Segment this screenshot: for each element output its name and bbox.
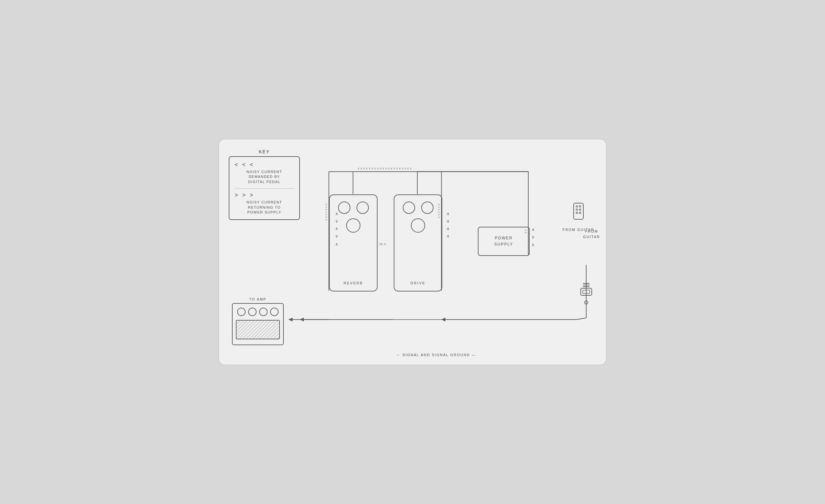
amp-knobs xyxy=(233,304,283,318)
reverb-knob-2 xyxy=(357,202,369,214)
svg-point-7 xyxy=(576,212,578,214)
guitar-section: FROM GUITAR xyxy=(562,203,594,232)
drive-knob-3 xyxy=(411,218,425,233)
amp-section: TO AMP xyxy=(229,297,287,345)
svg-text:∨: ∨ xyxy=(532,234,535,239)
svg-point-4 xyxy=(579,206,581,207)
key-divider xyxy=(235,188,294,189)
amp-box xyxy=(232,303,284,345)
key-box: KEY < < < NOISY CURRENTDEMANDED BYDIGITA… xyxy=(229,149,300,220)
guitar-icon xyxy=(571,203,587,225)
amp-label: TO AMP xyxy=(229,297,287,301)
key-label: KEY xyxy=(229,149,300,154)
amp-knob-2 xyxy=(248,308,256,316)
hatch-lines xyxy=(236,320,279,339)
svg-text:‹ ‹ ‹ ‹ ‹ ‹ ‹ ‹ ‹ ‹ ‹ ‹ ‹ ‹ ‹ : ‹ ‹ ‹ ‹ ‹ ‹ ‹ ‹ ‹ ‹ ‹ ‹ ‹ ‹ ‹ ‹ ‹ ‹ ‹ ‹ xyxy=(358,166,411,171)
key-arrows-demand: < < < xyxy=(235,161,294,168)
svg-text:∧: ∧ xyxy=(532,227,535,232)
power-supply-box: POWERSUPPLY xyxy=(478,227,530,256)
key-text-demand: NOISY CURRENTDEMANDED BYDIGITAL PEDAL xyxy=(235,169,294,185)
svg-point-3 xyxy=(576,206,578,207)
svg-text:∨: ∨ xyxy=(446,219,450,223)
svg-text:› › › › › › ›: › › › › › › › xyxy=(324,204,329,221)
drive-knob-1 xyxy=(403,202,415,214)
diagram-container: KEY < < < NOISY CURRENTDEMANDED BYDIGITA… xyxy=(218,139,607,365)
guitar-plug-section xyxy=(578,279,594,318)
svg-point-8 xyxy=(579,212,581,214)
key-item-return: > > > NOISY CURRENTRETURNING TOPOWER SUP… xyxy=(235,192,294,215)
reverb-knobs-top xyxy=(330,195,377,217)
svg-text:∨: ∨ xyxy=(446,233,450,238)
svg-text:∧: ∧ xyxy=(532,242,535,247)
svg-text:∧: ∧ xyxy=(446,226,450,231)
drive-knobs-top xyxy=(394,195,442,217)
reverb-knob-1 xyxy=(338,202,350,214)
svg-rect-14 xyxy=(583,290,590,293)
svg-rect-1 xyxy=(237,320,279,339)
svg-text:∧: ∧ xyxy=(446,211,450,216)
from-guitar-label: FROMGUITAR xyxy=(583,229,600,239)
signal-ground-label: ← SIGNAL AND SIGNAL GROUND — xyxy=(397,353,476,357)
drive-pedal: DRIVE xyxy=(394,195,442,291)
svg-marker-38 xyxy=(300,318,304,321)
power-supply-label: POWERSUPPLY xyxy=(494,235,513,247)
amp-speaker xyxy=(236,320,280,339)
svg-marker-36 xyxy=(441,318,445,321)
svg-rect-13 xyxy=(581,288,592,295)
key-text-return: NOISY CURRENTRETURNING TOPOWER SUPPLY xyxy=(235,200,294,215)
guitar-plug-icon xyxy=(578,279,594,317)
svg-text:›› ›: ›› › xyxy=(379,241,386,246)
amp-knob-4 xyxy=(270,308,279,316)
svg-marker-55 xyxy=(289,318,293,321)
svg-point-6 xyxy=(579,209,581,211)
svg-point-5 xyxy=(576,209,578,211)
amp-knob-3 xyxy=(259,308,268,316)
drive-label: DRIVE xyxy=(394,281,442,285)
amp-knob-1 xyxy=(237,308,245,316)
key-arrows-return: > > > xyxy=(235,192,294,199)
key-inner: < < < NOISY CURRENTDEMANDED BYDIGITAL PE… xyxy=(229,156,300,220)
key-item-demand: < < < NOISY CURRENTDEMANDED BYDIGITAL PE… xyxy=(235,161,294,185)
reverb-label: REVERB xyxy=(330,281,377,285)
drive-knob-2 xyxy=(421,202,434,214)
reverb-pedal: REVERB xyxy=(329,195,378,291)
svg-point-16 xyxy=(585,301,588,304)
svg-rect-2 xyxy=(574,203,583,219)
reverb-knob-3 xyxy=(346,218,360,233)
